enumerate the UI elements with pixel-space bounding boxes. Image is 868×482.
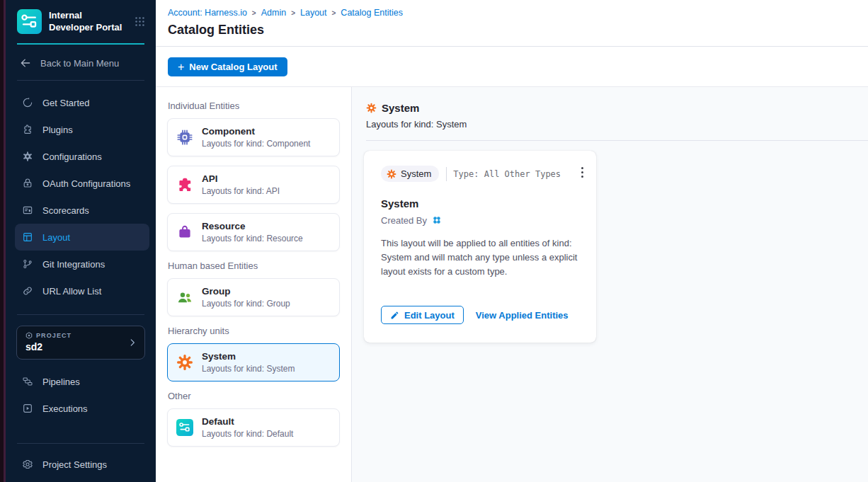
entity-desc: Layouts for kind: Default [202, 429, 293, 439]
entity-desc: Layouts for kind: Resource [202, 234, 303, 243]
sidebar-item-label: URL Allow List [42, 286, 101, 297]
app-area: Account: Harness.io > Admin > Layout > C… [156, 0, 868, 482]
sidebar: Internal Developer Portal Back to Main M… [6, 0, 156, 482]
sidebar-nav: Get Started Plugins Configurations [6, 89, 156, 304]
breadcrumb-separator: > [252, 9, 256, 17]
back-arrow-icon [19, 57, 32, 69]
get-started-icon [22, 97, 33, 108]
view-applied-entities-link[interactable]: View Applied Entities [476, 310, 569, 321]
project-name: sd2 [25, 341, 127, 352]
layout-card-actions: Edit Layout View Applied Entities [381, 306, 579, 324]
system-gear-icon [387, 169, 396, 179]
sidebar-item-label: Layout [42, 232, 70, 243]
entity-desc: Layouts for kind: Component [202, 139, 310, 149]
harness-logo-icon [431, 214, 442, 226]
breadcrumb-layout[interactable]: Layout [300, 8, 327, 18]
layout-card-badge-row: System Type: All Other Types [381, 166, 579, 182]
section-label-individual-entities: Individual Entities [168, 101, 340, 111]
brand-title: Internal Developer Portal [49, 10, 127, 33]
sidebar-item-label: Project Settings [42, 459, 107, 470]
entity-card-system[interactable]: System Layouts for kind: System [167, 343, 340, 381]
new-catalog-layout-label: New Catalog Layout [189, 62, 277, 72]
group-people-icon [176, 289, 193, 306]
main-divider [366, 140, 868, 141]
sidebar-item-plugins[interactable]: Plugins [15, 116, 149, 143]
badge-separator [446, 167, 447, 181]
plugins-icon [22, 124, 33, 135]
section-label-other: Other [168, 391, 340, 401]
main-subtitle: Layouts for kind: System [366, 119, 868, 130]
sidebar-item-label: Get Started [42, 98, 89, 108]
main-detail-area: System Layouts for kind: System System T… [352, 87, 868, 482]
edit-layout-label: Edit Layout [404, 310, 455, 321]
executions-icon [22, 403, 33, 414]
sidebar-item-executions[interactable]: Executions [15, 395, 149, 422]
entity-name: API [202, 173, 280, 184]
entity-card-group[interactable]: Group Layouts for kind: Group [167, 278, 340, 316]
kind-badge-label: System [401, 168, 431, 179]
sidebar-divider [17, 80, 144, 81]
sidebar-item-label: Configurations [42, 151, 102, 162]
lock-icon [22, 178, 33, 189]
sidebar-item-label: Executions [42, 403, 88, 414]
sidebar-item-project-settings[interactable]: Project Settings [15, 451, 149, 478]
breadcrumb-admin[interactable]: Admin [261, 8, 286, 18]
sidebar-item-pipelines[interactable]: Pipelines [15, 368, 149, 395]
kind-badge: System [381, 166, 439, 182]
project-label-row: PROJECT [25, 332, 127, 339]
sidebar-item-layout[interactable]: Layout [15, 224, 149, 251]
entity-desc: Layouts for kind: System [202, 364, 295, 374]
entity-desc: Layouts for kind: Group [202, 299, 290, 309]
sidebar-item-scorecards[interactable]: Scorecards [15, 197, 149, 224]
entity-card-api[interactable]: API Layouts for kind: API [167, 166, 340, 204]
back-to-main-menu[interactable]: Back to Main Menu [6, 45, 156, 80]
project-icon [25, 332, 33, 339]
card-menu-kebab-icon[interactable] [577, 162, 588, 183]
pencil-icon [390, 311, 399, 320]
entity-name: System [202, 351, 295, 362]
sidebar-divider [17, 314, 144, 315]
layout-card-description: This layout will be applied to all entit… [381, 236, 579, 279]
sidebar-item-configurations[interactable]: Configurations [15, 143, 149, 170]
brand-header: Internal Developer Portal [6, 0, 156, 42]
sidebar-item-label: Pipelines [42, 377, 80, 387]
breadcrumb-catalog-entities[interactable]: Catalog Entities [341, 8, 403, 18]
window-edge-strip [0, 0, 6, 482]
sidebar-item-label: Git Integrations [42, 259, 105, 270]
pipelines-icon [22, 376, 33, 387]
sidebar-divider [17, 443, 144, 444]
sidebar-item-label: OAuth Configurations [42, 178, 130, 189]
entity-card-default[interactable]: Default Layouts for kind: Default [167, 408, 340, 447]
git-branch-icon [22, 258, 33, 270]
page-header: Account: Harness.io > Admin > Layout > C… [156, 0, 868, 47]
entity-list-panel: Individual Entities Component Layouts fo… [156, 87, 352, 482]
app-grid-icon[interactable] [134, 16, 146, 28]
sidebar-item-url-allow-list[interactable]: URL Allow List [15, 277, 149, 304]
entity-name: Component [202, 126, 310, 137]
sidebar-item-get-started[interactable]: Get Started [15, 89, 149, 116]
sidebar-item-label: Plugins [42, 125, 73, 135]
breadcrumb: Account: Harness.io > Admin > Layout > C… [168, 8, 868, 18]
project-info: PROJECT sd2 [25, 332, 127, 352]
main-header: System Layouts for kind: System [352, 87, 868, 130]
toolbar: + New Catalog Layout [156, 47, 868, 87]
section-label-human-based-entities: Human based Entities [168, 260, 340, 271]
entity-card-resource[interactable]: Resource Layouts for kind: Resource [167, 213, 340, 251]
layout-type-text: Type: All Other Types [453, 169, 561, 179]
sidebar-item-oauth-configurations[interactable]: OAuth Configurations [15, 170, 149, 197]
breadcrumb-separator: > [332, 9, 336, 17]
new-catalog-layout-button[interactable]: + New Catalog Layout [168, 57, 287, 76]
edit-layout-button[interactable]: Edit Layout [381, 306, 464, 324]
sidebar-item-git-integrations[interactable]: Git Integrations [15, 251, 149, 277]
settings-gear-icon [22, 459, 33, 470]
idp-logo-icon [17, 9, 42, 34]
default-idp-icon [176, 419, 193, 436]
scorecards-icon [22, 205, 33, 216]
breadcrumb-separator: > [291, 9, 295, 17]
project-selector[interactable]: PROJECT sd2 [16, 326, 145, 360]
entity-card-component[interactable]: Component Layouts for kind: Component [167, 118, 340, 156]
breadcrumb-account[interactable]: Account: Harness.io [168, 8, 247, 18]
back-label: Back to Main Menu [40, 58, 119, 69]
layout-icon [22, 231, 33, 243]
api-puzzle-icon [176, 176, 193, 193]
